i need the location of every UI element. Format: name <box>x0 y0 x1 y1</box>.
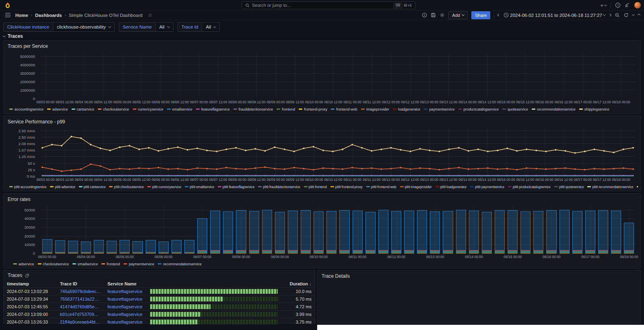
error-bar[interactable] <box>223 211 233 254</box>
trace-id-link[interactable]: 41474d0769d85ee2828... <box>57 303 104 311</box>
error-bar[interactable] <box>495 210 505 254</box>
error-bar[interactable] <box>81 242 91 254</box>
time-range-picker[interactable]: 2024-06-02 12:01:51 to 2024-06-18 11:27:… <box>504 12 605 18</box>
legend-item[interactable]: p99 paymentservice <box>470 185 504 189</box>
panel-title[interactable]: Traces <box>8 273 22 278</box>
trace-id-link[interactable]: b91ce47d753709695f1d... <box>57 311 104 318</box>
legend-item[interactable]: p99 recommendationservice <box>587 185 633 189</box>
error-bar[interactable] <box>456 210 466 254</box>
legend-item[interactable]: paymentservice <box>124 262 154 266</box>
error-bar[interactable] <box>533 211 543 254</box>
plot-area[interactable] <box>41 128 636 176</box>
time-shift-back-icon[interactable] <box>498 14 500 16</box>
legend-item[interactable]: checkoutservice <box>98 107 129 111</box>
variable-label[interactable]: ClickHouse instance <box>3 22 53 32</box>
variable-label[interactable]: Trace Id <box>178 22 202 32</box>
error-bar[interactable] <box>184 240 194 254</box>
search-input[interactable]: Search or jump to... ⌨ ⌘+k <box>242 1 415 9</box>
error-bar[interactable] <box>365 212 376 254</box>
error-bar[interactable] <box>546 210 556 254</box>
dashboard-settings-icon[interactable] <box>440 12 445 18</box>
error-bar[interactable] <box>559 210 570 254</box>
error-bar[interactable] <box>598 210 608 254</box>
panel-title[interactable]: Service Performance - p99 <box>8 119 65 125</box>
col-timestamp[interactable]: timestamp <box>4 280 57 288</box>
error-bar[interactable] <box>146 240 156 254</box>
new-button[interactable]: + <box>600 2 607 8</box>
error-bar[interactable] <box>430 211 440 254</box>
legend-item[interactable]: p99 frontend-web <box>366 185 396 189</box>
error-bar[interactable] <box>417 210 427 254</box>
legend-item[interactable]: p99 checkoutservice <box>109 185 144 189</box>
legend-item[interactable]: loadgenerator <box>393 107 421 111</box>
variable-value-dropdown[interactable]: All <box>202 22 220 32</box>
legend-item[interactable]: adservice <box>47 107 68 111</box>
error-bar[interactable] <box>288 211 298 254</box>
legend-item[interactable]: p99 loadgenerator <box>436 185 467 189</box>
error-bar[interactable] <box>94 240 104 254</box>
legend-item[interactable]: frontend <box>277 107 295 111</box>
trace-id-link[interactable]: 75563771413a22a54618... <box>57 295 104 303</box>
legend-item[interactable]: accountingservice <box>9 107 43 111</box>
plot-area[interactable] <box>41 53 636 99</box>
service-name-link[interactable]: featureflagservice <box>104 288 147 295</box>
panel-title[interactable]: Trace Details <box>322 273 350 279</box>
legend-item[interactable]: p99 productcatalogservice <box>508 185 551 189</box>
table-row[interactable]: 2024-07-03 13:26:3321ff4a0ceeaeb4fd90af0… <box>4 318 315 326</box>
user-avatar[interactable] <box>634 2 641 8</box>
error-bar[interactable] <box>55 240 65 254</box>
error-bar[interactable] <box>520 211 530 254</box>
panel-title[interactable]: Traces per Service <box>8 43 48 49</box>
legend-item[interactable]: cartservice <box>72 107 95 111</box>
legend-item[interactable]: checkoutservice <box>38 262 69 266</box>
legend-item[interactable]: emailservice <box>72 262 98 266</box>
error-bar[interactable] <box>482 212 492 254</box>
error-bar[interactable] <box>339 210 349 254</box>
error-bar[interactable] <box>585 211 595 254</box>
legend-item[interactable]: p99 accountingservice <box>9 185 46 189</box>
service-name-link[interactable]: featureflagservice <box>104 311 147 318</box>
legend-item[interactable]: frauddetectionservice <box>233 107 273 111</box>
col-service-name[interactable]: Service Name <box>104 280 147 288</box>
error-bar[interactable] <box>249 211 259 254</box>
legend-item[interactable]: paymentservice <box>424 107 454 111</box>
news-icon[interactable] <box>625 2 630 8</box>
legend-item[interactable]: currencyservice <box>133 107 163 111</box>
error-bar[interactable] <box>611 211 621 254</box>
panel-link-icon[interactable] <box>25 273 29 278</box>
variable-label[interactable]: Service Name <box>119 22 156 32</box>
legend-item[interactable]: imageprovider <box>361 107 389 111</box>
variable-value-dropdown[interactable]: All <box>156 22 173 32</box>
error-bar[interactable] <box>197 218 207 254</box>
grafana-logo[interactable] <box>4 2 11 9</box>
service-name-link[interactable]: featureflagservice <box>104 303 147 311</box>
error-bar[interactable] <box>443 211 453 254</box>
add-button[interactable]: Add <box>448 11 468 19</box>
error-bar[interactable] <box>159 242 169 254</box>
error-bar[interactable] <box>262 210 272 254</box>
legend-item[interactable]: p99 featureflagservice <box>218 185 254 189</box>
error-bar[interactable] <box>107 241 117 254</box>
legend-item[interactable]: frontend <box>101 262 120 266</box>
trace-id-link[interactable]: 745a59078cbdeec39b7... <box>57 288 104 295</box>
breadcrumb-home[interactable]: Home <box>15 13 28 18</box>
legend-item[interactable]: p99 cartservice <box>79 185 106 189</box>
error-bar[interactable] <box>624 223 634 254</box>
mega-menu-toggle[interactable] <box>4 12 11 19</box>
share-button[interactable]: Share <box>471 11 490 19</box>
error-bar[interactable] <box>378 210 388 254</box>
legend-item[interactable]: p99 currencyservice <box>147 185 181 189</box>
time-shift-forward-icon[interactable] <box>609 14 611 16</box>
legend-item[interactable]: p99 emailservice <box>185 185 214 189</box>
col-duration[interactable]: Duration↓ <box>281 280 315 288</box>
refresh-icon[interactable] <box>623 12 629 18</box>
legend-item[interactable]: quoteservice <box>502 107 528 111</box>
legend-item[interactable]: shippingservice <box>579 107 609 111</box>
breadcrumb-dashboards[interactable]: Dashboards <box>35 13 62 18</box>
table-row[interactable]: 2024-07-03 12:45:5541474d0769d85ee2828..… <box>4 303 315 311</box>
error-bar[interactable] <box>404 211 414 254</box>
legend-item[interactable]: p99 shippingservice <box>637 185 638 189</box>
service-name-link[interactable]: featureflagservice <box>104 318 147 326</box>
error-bar[interactable] <box>353 211 363 254</box>
error-bar[interactable] <box>314 211 324 254</box>
